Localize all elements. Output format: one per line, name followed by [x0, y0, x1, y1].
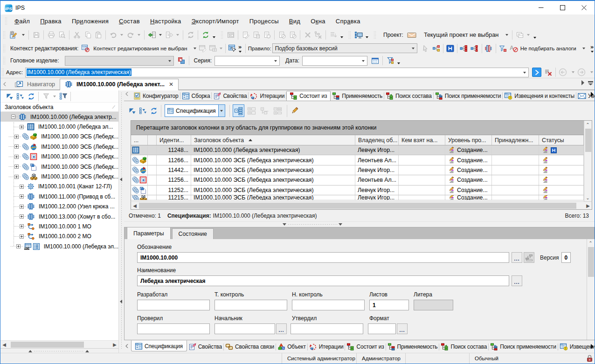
column-header-7[interactable]: Принадлежн...: [492, 135, 539, 145]
main-tabs-scroll-left[interactable]: [125, 92, 128, 96]
format-browse-button[interactable]: ...: [397, 323, 408, 334]
bottom-tab-применяемость[interactable]: Применяемость: [386, 342, 440, 352]
delete-tree-button[interactable]: [313, 29, 324, 41]
cancel-edit-button[interactable]: [277, 29, 287, 41]
bottom-tab-извещения-и-кс[interactable]: Извещения и кс: [558, 342, 595, 352]
bottom-tab-поиск-состава[interactable]: Поиск состава: [439, 342, 489, 352]
date-combobox[interactable]: [302, 56, 367, 66]
print-button[interactable]: [46, 29, 56, 41]
tree-expand-levels-button[interactable]: [15, 91, 26, 102]
rule-structure-button[interactable]: [431, 43, 442, 54]
name-input[interactable]: Лебедка электрическая: [137, 275, 509, 286]
table-row[interactable]: 11252...IM1000.10.000 ЭСБ (Лебедка элект…: [131, 185, 585, 195]
rule-pick-button[interactable]: [420, 43, 431, 54]
workstation-dropdown[interactable]: [364, 32, 370, 38]
tree-item[interactable]: IM1000.10.000 ЭСБ (Лебедк...: [0, 132, 118, 142]
main-tab-применяемость[interactable]: Применяемость: [331, 91, 384, 101]
tree-item[interactable]: IM1000.10.000 (Лебедка эл...: [0, 122, 118, 131]
column-header-2[interactable]: Иденти...: [157, 135, 191, 145]
tree-item[interactable]: IM1000.10.000 1 МО: [0, 221, 118, 231]
designation-input[interactable]: IM1000.10.000: [137, 252, 509, 263]
edit-object-button[interactable]: [240, 29, 251, 41]
menu-вид[interactable]: Вид: [284, 15, 305, 27]
apply-object-button[interactable]: [262, 29, 272, 41]
main-tabs-scroll-right[interactable]: [590, 92, 594, 97]
table-hscrollbar[interactable]: ◀ ▶: [131, 201, 592, 210]
tree-item[interactable]: IM1000.10.000 2 МО: [0, 232, 118, 241]
project-mail-button[interactable]: [406, 29, 417, 41]
doc-tab-navigator[interactable]: Навигатор: [10, 79, 60, 90]
context-overflow2[interactable]: »: [589, 44, 595, 53]
tree-item[interactable]: IM1000.12.000 (Узел крюка ...: [0, 202, 118, 212]
chief-browse-button[interactable]: ...: [276, 323, 287, 334]
menu-экспортимпорт[interactable]: Экспорт/Импорт: [187, 15, 244, 27]
ncontrol-input[interactable]: [292, 300, 365, 310]
project-dropdown[interactable]: [505, 34, 508, 36]
bottom-tab-поиск-применяемости[interactable]: Поиск применяемости: [489, 342, 558, 352]
list-actions-dropdown[interactable]: [339, 32, 345, 38]
context-edit-button[interactable]: [198, 43, 208, 54]
tree-expander[interactable]: [20, 224, 24, 228]
product-grip[interactable]: [2, 56, 6, 65]
main-tab-итерации[interactable]: Итерации: [249, 91, 286, 101]
tree-filter-button[interactable]: [41, 91, 51, 102]
doc-tabs-scroll-right[interactable]: [581, 80, 584, 85]
bottom-tabs-scroll-left[interactable]: [125, 344, 128, 348]
column-header-1[interactable]: [148, 135, 157, 145]
version-input[interactable]: 0: [561, 252, 571, 263]
horizontal-splitter[interactable]: [124, 222, 595, 227]
series-combobox[interactable]: [214, 56, 280, 66]
save-object-button[interactable]: [251, 29, 262, 41]
splitter-collapse-bottom[interactable]: [120, 300, 122, 303]
tree-item[interactable]: IM1000.10.000 ЭСБ (Лебедк...: [0, 172, 118, 181]
toolbar-grip[interactable]: [2, 31, 6, 39]
menu-приложения[interactable]: Приложения: [67, 15, 114, 27]
take-document-dropdown[interactable]: [159, 34, 162, 36]
main-tab-сборка[interactable]: Сборка: [180, 91, 212, 101]
maximize-button[interactable]: [552, 0, 573, 14]
head-product-pick-button[interactable]: [176, 55, 187, 66]
view-collapse-button[interactable]: [127, 105, 138, 117]
head-product-combobox[interactable]: [65, 56, 174, 66]
designation-structure-button[interactable]: [524, 252, 534, 263]
checked-input[interactable]: [137, 323, 210, 334]
column-header-6[interactable]: Уровень про...: [445, 135, 492, 145]
analog-value[interactable]: Не подбирать аналоги: [520, 46, 576, 51]
layout-corner-button[interactable]: [259, 104, 270, 117]
group-by-bar[interactable]: Перетащите заголовок колонки в эту облас…: [131, 121, 585, 135]
context-value[interactable]: Контекст редактирования не выбран: [93, 45, 187, 52]
expand-tree-button[interactable]: [459, 43, 470, 54]
tree-hscroll-right[interactable]: ▶: [111, 342, 118, 348]
tree-item[interactable]: IM1000.10.000 ЭСБ (Лебедк...: [0, 152, 118, 162]
table-row[interactable]: 11442...IM1000.10.000 ЭСБ (Лебедка элект…: [131, 165, 585, 175]
paste-button[interactable]: [93, 29, 104, 41]
sync-dropdown[interactable]: [211, 32, 217, 38]
address-grip[interactable]: [1, 68, 5, 76]
rule-h-button[interactable]: [445, 43, 456, 54]
toolbar1-overflow[interactable]: [532, 31, 538, 39]
context-overflow[interactable]: »: [237, 44, 243, 53]
doc-tabs-list-button[interactable]: [588, 81, 593, 85]
tree-expander[interactable]: [11, 115, 15, 119]
main-tab-извещения-и-контексты[interactable]: Извещения и контексты: [503, 91, 576, 101]
bottom-tabs-scroll-right[interactable]: [590, 344, 594, 349]
analog-dropdown[interactable]: [582, 48, 585, 49]
return-document-button[interactable]: [164, 29, 174, 41]
tree-collapse-button[interactable]: [4, 91, 15, 102]
save-button[interactable]: [31, 29, 42, 41]
main-tab-состоит-из[interactable]: Состоит из: [286, 91, 331, 101]
developed-input[interactable]: [137, 300, 210, 310]
layout-mixed-button[interactable]: [272, 104, 284, 117]
context-grip[interactable]: [2, 44, 6, 53]
tree-item[interactable]: TECHIM1000.10.000 (Лебедка эл...: [0, 241, 118, 251]
redo-button[interactable]: [125, 29, 136, 41]
form-vscrollbar[interactable]: ⌃ ⌄: [587, 239, 595, 350]
product-filter-button[interactable]: [385, 55, 395, 66]
table-hscroll-thumb[interactable]: [139, 203, 576, 209]
list-actions-button[interactable]: [328, 29, 339, 41]
tree-expander[interactable]: [20, 214, 24, 219]
project-docs-dropdown[interactable]: [527, 34, 530, 36]
product-filter-dropdown[interactable]: [395, 57, 402, 64]
tree-item[interactable]: IM1000.10.000 ЭСБ (Лебедк...: [0, 142, 118, 151]
approved-input[interactable]: [291, 323, 363, 334]
